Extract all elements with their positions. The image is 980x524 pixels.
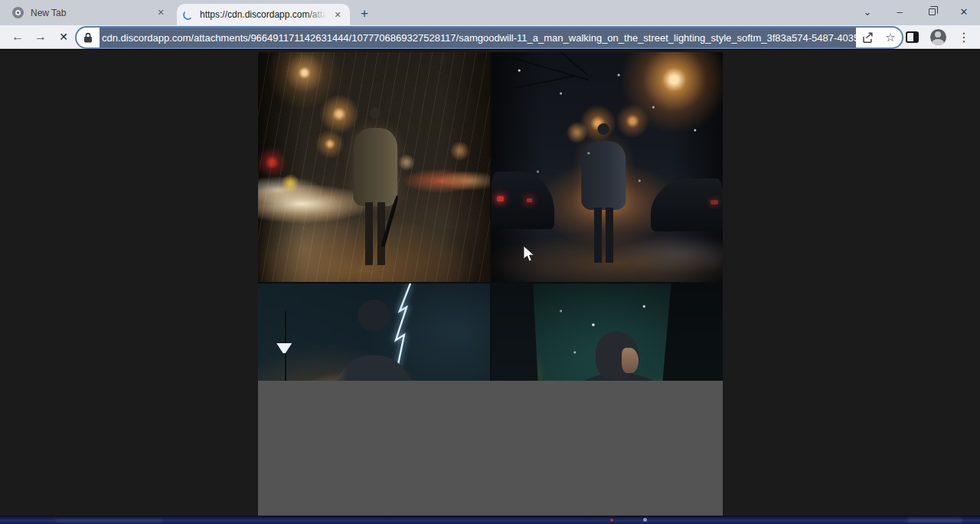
- man-silhouette: [353, 107, 397, 264]
- window-controls: ⌄ – ✕: [851, 0, 980, 23]
- new-tab-button[interactable]: +: [356, 5, 373, 22]
- taskbar-smudge: [907, 518, 962, 522]
- side-panel-button[interactable]: [899, 26, 925, 49]
- restore-icon: [929, 8, 936, 15]
- man-bust-silhouette: [328, 300, 420, 381]
- tab-title: New Tab: [31, 8, 155, 18]
- chrome-favicon-icon: [12, 7, 24, 18]
- taskbar-red-dot: [610, 519, 613, 522]
- tab-strip: New Tab ✕ https://cdn.discordapp.com/att…: [0, 0, 980, 25]
- image-loading-placeholder: [258, 381, 723, 516]
- tab-discord-cdn[interactable]: https://cdn.discordapp.com/atta ✕: [177, 4, 350, 25]
- image-quadrant-4: [492, 283, 723, 381]
- minimize-button[interactable]: –: [884, 0, 916, 23]
- forward-button[interactable]: →: [29, 26, 52, 47]
- street-lamp: [276, 343, 292, 353]
- tab-close-icon[interactable]: ✕: [332, 8, 344, 21]
- page-content: [0, 50, 980, 524]
- back-button[interactable]: ←: [6, 26, 29, 47]
- restore-button[interactable]: [916, 0, 948, 23]
- taskbar-blue-dot: [643, 518, 647, 522]
- image-quadrant-1: [258, 52, 490, 282]
- loading-spinner-icon: [183, 10, 193, 20]
- lock-icon[interactable]: [77, 32, 100, 43]
- image-quadrant-3: [258, 283, 490, 381]
- stop-loading-button[interactable]: ✕: [52, 26, 75, 47]
- attachment-image-grid: [258, 52, 723, 381]
- lightning-scene: [258, 283, 490, 381]
- teal-portrait-scene: [492, 283, 723, 381]
- man-head: [370, 107, 381, 119]
- browser-window: New Tab ✕ https://cdn.discordapp.com/att…: [0, 0, 980, 524]
- browser-toolbar: ← → ✕ cdn.discordapp.com/attachments/966…: [0, 25, 980, 49]
- close-window-button[interactable]: ✕: [948, 0, 980, 23]
- tab-new-tab[interactable]: New Tab ✕: [6, 0, 173, 25]
- side-panel-icon: [906, 31, 919, 43]
- url-text[interactable]: cdn.discordapp.com/attachments/966491171…: [100, 32, 856, 44]
- address-bar[interactable]: cdn.discordapp.com/attachments/966491171…: [77, 28, 902, 47]
- man-leg: [365, 202, 373, 265]
- man-torso: [353, 128, 397, 206]
- avatar-icon: [930, 29, 946, 45]
- tab-close-icon[interactable]: ✕: [155, 7, 167, 19]
- taskbar-strip: [0, 516, 980, 524]
- mouse-cursor: [523, 245, 536, 264]
- man-profile-head: [596, 332, 639, 380]
- man-hood-shoulders: [328, 355, 420, 381]
- share-icon[interactable]: [856, 32, 879, 44]
- profile-avatar[interactable]: [925, 26, 951, 49]
- menu-kebab-icon[interactable]: ⋮: [951, 26, 977, 49]
- tab-title: https://cdn.discordapp.com/atta: [200, 9, 332, 20]
- chevron-down-icon[interactable]: ⌄: [851, 0, 884, 23]
- toolbar-right-group: ⋮: [899, 25, 980, 49]
- rainy-street-scene: [258, 52, 490, 282]
- man-face: [622, 348, 639, 373]
- taskbar-smudge: [55, 519, 162, 522]
- man-head: [358, 300, 390, 331]
- url-selection: cdn.discordapp.com/attachments/966491171…: [100, 28, 856, 47]
